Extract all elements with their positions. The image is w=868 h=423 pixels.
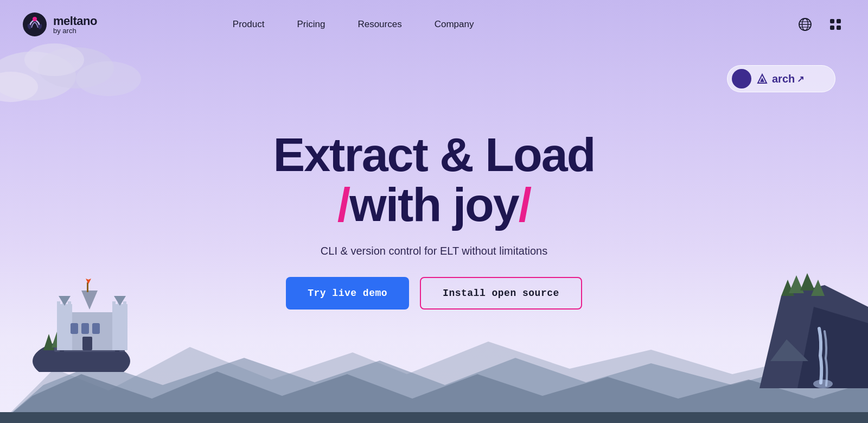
globe-icon — [798, 17, 812, 31]
hero-section: Extract & Load /with joy/ CLI & version … — [0, 0, 868, 423]
install-open-source-button[interactable]: Install open source — [420, 277, 582, 310]
logo-meltano-text: meltano — [53, 15, 97, 27]
globe-icon-button[interactable] — [794, 14, 816, 35]
hero-title-line2: /with joy/ — [337, 180, 531, 230]
svg-rect-12 — [837, 26, 841, 30]
slash-open: / — [337, 178, 349, 231]
nav-link-resources[interactable]: Resources — [341, 14, 418, 35]
nav-right — [794, 14, 846, 35]
slack-icon — [828, 17, 843, 31]
hero-buttons: Try live demo Install open source — [286, 277, 582, 310]
hero-with-joy: with joy — [349, 178, 519, 231]
meltano-logo-icon — [22, 11, 48, 37]
nav-link-company[interactable]: Company — [418, 14, 490, 35]
navbar: meltano by arch Product Pricing Resource… — [0, 0, 868, 49]
logo-byarch-text: by arch — [53, 27, 97, 34]
nav-links: Product Pricing Resources Company — [216, 14, 490, 35]
svg-rect-10 — [837, 19, 841, 23]
nav-link-pricing[interactable]: Pricing — [280, 14, 341, 35]
nav-link-product[interactable]: Product — [216, 14, 281, 35]
svg-rect-9 — [830, 19, 834, 23]
hero-title-line1: Extract & Load — [273, 130, 595, 180]
try-live-demo-button[interactable]: Try live demo — [286, 277, 409, 310]
hero-subtitle: CLI & version control for ELT without li… — [321, 245, 547, 257]
svg-point-1 — [33, 17, 37, 21]
slash-close: / — [519, 178, 531, 231]
svg-rect-11 — [830, 26, 834, 30]
logo-link[interactable]: meltano by arch — [22, 11, 97, 37]
slack-icon-button[interactable] — [825, 14, 846, 35]
